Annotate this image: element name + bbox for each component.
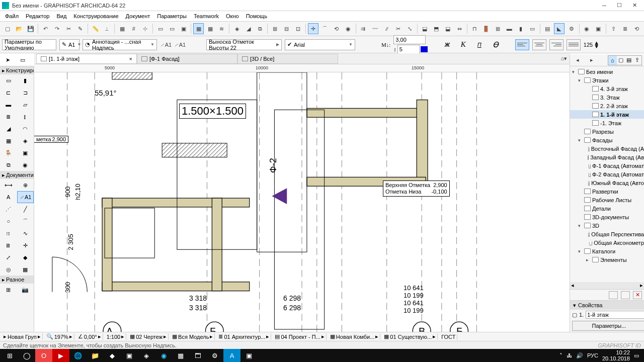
task-explorer-icon[interactable]: 📁 (87, 349, 104, 362)
layers-icon[interactable]: ≣ (620, 23, 630, 34)
toolbox-design-head[interactable]: ▸Конструиро (0, 66, 34, 74)
lamp-tool-icon[interactable]: ◉ (17, 159, 34, 171)
wave-icon[interactable]: 〰 (369, 23, 380, 34)
nav-delete-icon[interactable]: ✕ (633, 291, 642, 299)
maximize-button[interactable]: ☐ (612, 1, 627, 11)
renovation-icon[interactable]: ⟲ (631, 23, 642, 34)
roof-tool-icon[interactable]: ◢ (0, 123, 17, 135)
measure-icon[interactable]: ⟂ (102, 23, 112, 34)
props-floor-input[interactable] (586, 311, 644, 319)
menu-help[interactable]: Помощь (243, 12, 271, 20)
marquee-tool-icon[interactable]: ▭ (15, 55, 30, 65)
menu-options[interactable]: Параметры (154, 12, 190, 20)
tree-stories[interactable]: ▾Этажи (570, 76, 644, 84)
callout-preset-dropdown[interactable]: Выноска Отметок Высоты 22▶ (206, 39, 282, 50)
menu-design[interactable]: Конструирование (70, 12, 121, 20)
nav-new-view-icon[interactable] (609, 291, 618, 299)
curtain-tool-icon[interactable]: ▦ (0, 135, 17, 147)
grid-element-icon[interactable]: ⊞ (0, 284, 17, 296)
qb-newgroup[interactable]: ▸Новая Груп▸ (2, 333, 43, 340)
beam-tool-icon[interactable]: ▬ (0, 99, 17, 111)
task-app1-icon[interactable]: ◆ (104, 349, 121, 362)
curve-icon[interactable]: ⌒ (319, 23, 330, 34)
tree-sections[interactable]: Разрезы (570, 127, 644, 136)
stair-icon[interactable]: ▤ (542, 23, 553, 34)
bimx-icon[interactable]: ▣ (593, 23, 604, 34)
width-stepper[interactable]: 125 ▲▼ (584, 41, 599, 48)
tray-lang[interactable]: РУС (587, 352, 598, 358)
trim-icon[interactable]: ✂ (393, 23, 404, 34)
zone-tool-icon[interactable]: ▣ (17, 147, 34, 159)
tool-b-icon[interactable]: ▭ (167, 23, 177, 34)
nav-tab-project-icon[interactable]: ⌂ (608, 56, 617, 65)
tray-clock[interactable]: 10:2220.10.2018 (602, 349, 630, 361)
window-icon[interactable]: ⊞ (493, 23, 503, 34)
rail-tool-icon[interactable]: ⫿ (17, 111, 34, 123)
open-icon[interactable]: 📂 (14, 23, 24, 34)
menu-teamwork[interactable]: Teamwork (191, 12, 222, 20)
hotspot-tool-icon[interactable]: ✛ (17, 239, 34, 251)
cut-icon[interactable]: ✂ (63, 23, 74, 34)
qb-q2[interactable]: ▦Вся Модель▸ (171, 333, 215, 340)
properties-header[interactable]: ▾Свойства (570, 301, 644, 310)
column-tool-icon[interactable]: ▮ (17, 74, 34, 86)
tool-c-icon[interactable]: ▣ (178, 23, 189, 34)
slab-tool-icon[interactable]: ▱ (17, 99, 34, 111)
align-justify-button[interactable] (567, 39, 581, 50)
task-app2-icon[interactable]: ▣ (121, 349, 138, 362)
morph-icon[interactable]: ◉ (343, 23, 353, 34)
stair-tool-icon[interactable]: ≣ (0, 111, 17, 123)
label-tool-icon[interactable]: ◣ (554, 23, 565, 34)
menu-view[interactable]: Вид (53, 12, 69, 20)
tree-axon[interactable]: Общая Аксонометр (570, 238, 644, 247)
tree-facade-s[interactable]: Южный Фасад (Авто (570, 178, 644, 187)
fill-tool-icon[interactable]: ⋰ (0, 203, 17, 215)
tree-persp[interactable]: Общая Перспектива (570, 230, 644, 238)
ruler-icon[interactable]: 📏 (90, 23, 101, 34)
text-tool-icon[interactable]: A (0, 191, 17, 203)
size2-input[interactable] (397, 45, 420, 54)
camera-tool-icon[interactable]: 📷 (17, 284, 34, 296)
wall-cut-icon[interactable]: ⊓ (469, 23, 480, 34)
window-tool-icon[interactable]: ⊐ (17, 86, 34, 99)
adjust-icon[interactable]: ⤡ (405, 23, 415, 34)
save-icon[interactable]: 💾 (25, 23, 36, 34)
size1-input[interactable] (393, 35, 426, 44)
task-archicad-icon[interactable]: A (223, 349, 240, 362)
nav-prev-icon[interactable]: ◂ (572, 55, 583, 66)
strike-button[interactable]: Ɵ (489, 39, 502, 50)
nav-tab-publisher-icon[interactable]: ⇪ (633, 56, 642, 65)
nav-clone-icon[interactable] (621, 291, 630, 299)
settings-icon[interactable]: ⚙ (567, 23, 577, 34)
trace-ref-icon[interactable]: ▦ (205, 23, 215, 34)
new-icon[interactable]: ▢ (2, 23, 13, 34)
tree-story-3[interactable]: 3. Этаж (570, 93, 644, 102)
tree-story-4[interactable]: 4. 3-й этаж (570, 84, 644, 93)
render-icon[interactable]: ◉ (582, 23, 592, 34)
nav-tab-layouts-icon[interactable]: ▤ (625, 56, 633, 65)
defaults-dropdown[interactable]: Параметры по Умолчанию (2, 39, 56, 50)
qb-q4[interactable]: ▤04 Проект - П...▸ (273, 333, 326, 340)
beam-icon[interactable]: ▬ (504, 23, 515, 34)
tree-facade-w[interactable]: Западный Фасад (Ав (570, 153, 644, 161)
tree-facade-e[interactable]: Восточный Фасад (А (570, 144, 644, 153)
worksheet-tool-icon[interactable]: ▦ (17, 263, 34, 276)
trace-opt-icon[interactable]: ≋ (216, 23, 227, 34)
group-icon[interactable]: ⊞ (270, 23, 280, 34)
slab-icon[interactable]: ▭ (527, 23, 538, 34)
split-icon[interactable]: ⫽ (381, 23, 392, 34)
task-settings-icon[interactable]: ⚙ (206, 349, 223, 362)
menu-window[interactable]: Окно (223, 12, 242, 20)
mesh-icon[interactable]: ⧉ (255, 23, 265, 34)
tree-elements[interactable]: ▸Элементы (570, 255, 644, 264)
toolbox-misc-head[interactable]: ▸Разное (0, 276, 34, 284)
detail-tool-icon[interactable]: ◎ (0, 263, 17, 276)
system-tray[interactable]: ˄ 🖧 🔊 РУС 10:2220.10.2018 ▭ (555, 349, 643, 361)
arc-tool-icon[interactable]: ⌒ (17, 215, 34, 227)
task-youtube-icon[interactable]: ▶ (52, 349, 69, 362)
nav-tab-views-icon[interactable]: ▢ (617, 56, 625, 65)
link-icon[interactable]: ⟲ (331, 23, 342, 34)
tree-details[interactable]: Детали (570, 204, 644, 213)
qb-q1[interactable]: ▦02 Чертеж▸ (128, 333, 169, 340)
qb-angle[interactable]: ∠0,00°▸ (76, 333, 103, 340)
